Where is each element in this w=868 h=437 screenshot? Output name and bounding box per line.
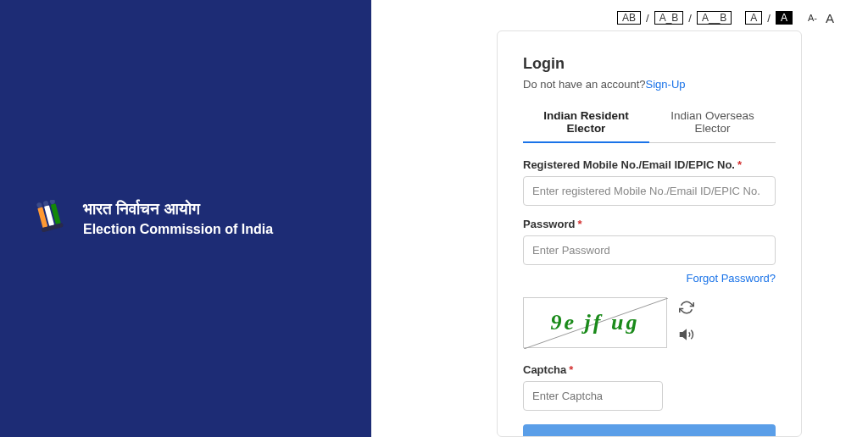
letter-spacing-wide[interactable]: A__B	[697, 11, 732, 25]
captcha-image: 9e jf ug	[523, 297, 667, 348]
accessibility-toolbar: AB / A_B / A__B A / A A- A	[403, 8, 836, 27]
elector-type-tabs: Indian Resident Elector Indian Overseas …	[523, 102, 776, 143]
letter-spacing-medium[interactable]: A_B	[654, 11, 684, 25]
contrast-normal[interactable]: A	[745, 11, 762, 25]
contrast-inverted[interactable]: A	[776, 11, 793, 25]
tab-resident-elector[interactable]: Indian Resident Elector	[523, 102, 649, 143]
mobile-input[interactable]	[523, 176, 776, 206]
password-input[interactable]	[523, 235, 776, 265]
refresh-captcha-icon[interactable]	[679, 300, 694, 318]
font-size-decrease[interactable]: A-	[806, 13, 819, 23]
request-otp-button[interactable]: Request OTP	[523, 424, 776, 437]
login-card: Login Do not have an account?Sign-Up Ind…	[497, 30, 802, 437]
signup-link[interactable]: Sign-Up	[646, 78, 686, 91]
captcha-label: Captcha*	[523, 363, 776, 376]
eci-logo-icon	[36, 200, 68, 237]
svg-marker-8	[681, 330, 687, 340]
brand-english-text: Election Commission of India	[83, 222, 273, 237]
audio-captcha-icon[interactable]	[679, 327, 694, 346]
brand-hindi-text: भारत निर्वाचन आयोग	[83, 200, 273, 218]
forgot-password-link[interactable]: Forgot Password?	[687, 272, 776, 285]
font-size-increase[interactable]: A	[824, 11, 836, 25]
captcha-input[interactable]	[523, 381, 663, 411]
letter-spacing-normal[interactable]: AB	[617, 11, 641, 25]
tab-overseas-elector[interactable]: Indian Overseas Elector	[649, 102, 776, 142]
brand-panel: भारत निर्वाचन आयोग Election Commission o…	[0, 0, 371, 437]
signup-prompt: Do not have an account?Sign-Up	[523, 78, 776, 91]
login-title: Login	[523, 55, 776, 73]
mobile-label: Registered Mobile No./Email ID/EPIC No.*	[523, 158, 776, 171]
password-label: Password*	[523, 218, 776, 230]
